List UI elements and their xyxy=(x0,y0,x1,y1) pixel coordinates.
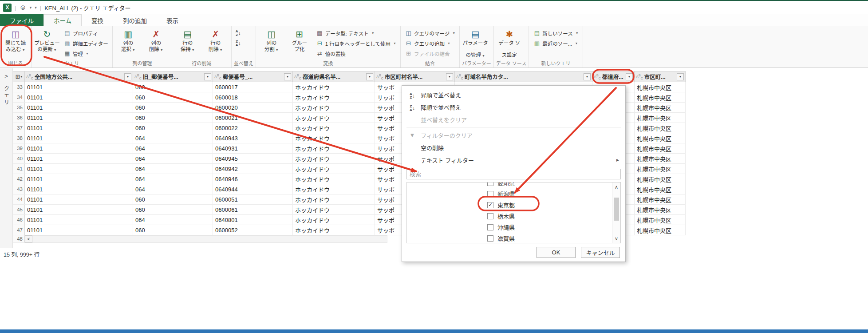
cell[interactable]: ホッカイドウ xyxy=(293,164,375,174)
cell[interactable]: 01101 xyxy=(25,133,133,143)
cell[interactable]: 0600061 xyxy=(213,205,293,214)
queries-pane-label[interactable]: クエリ xyxy=(2,86,11,107)
filter-value-item[interactable]: 沖縄県 xyxy=(485,222,611,233)
merge-queries-button[interactable]: ◫クエリのマージ▼ xyxy=(403,28,457,38)
checkbox[interactable] xyxy=(487,213,493,219)
cell[interactable]: ホッカイドウ xyxy=(293,82,375,92)
cell[interactable]: 0640801 xyxy=(213,215,293,225)
sort-ascending-button[interactable]: AZ↓ xyxy=(234,28,245,38)
cell[interactable]: 札幌市中央区 xyxy=(635,154,686,163)
feedback-smile-icon[interactable]: ☺ xyxy=(19,4,26,11)
scrollbar-track[interactable] xyxy=(612,221,620,234)
cell[interactable]: ホッカイドウ xyxy=(293,92,375,102)
filter-value-item[interactable]: 愛知県 xyxy=(485,182,611,188)
cell[interactable]: ホッカイドウ xyxy=(293,194,375,204)
column-header-6[interactable]: ABC町域名半角カタ...▼ xyxy=(455,71,592,82)
cell[interactable]: 札幌市中央区 xyxy=(635,123,686,133)
cell[interactable]: 札幌市中央区 xyxy=(635,103,686,112)
filter-search-input[interactable] xyxy=(406,169,621,179)
filter-dropdown-icon[interactable]: ▼ xyxy=(284,73,291,80)
cell[interactable]: ホッカイドウ xyxy=(293,215,375,225)
cell[interactable]: 札幌市中央区 xyxy=(635,184,686,194)
cell[interactable]: 札幌市中央区 xyxy=(635,215,686,225)
cell[interactable]: 01101 xyxy=(25,194,133,204)
cell[interactable]: 01101 xyxy=(25,215,133,225)
cell[interactable]: 060 xyxy=(133,194,213,204)
smile-caret-down-icon[interactable]: ▾ xyxy=(30,5,32,10)
cell[interactable]: 0640931 xyxy=(213,143,293,153)
cell[interactable]: 064 xyxy=(133,174,213,184)
filter-dropdown-icon[interactable]: ▼ xyxy=(677,73,684,80)
cell[interactable]: 01101 xyxy=(25,184,133,194)
cell[interactable]: 01101 xyxy=(25,103,133,112)
filter-dropdown-icon[interactable]: ▼ xyxy=(446,73,453,80)
ribbon-tab-1[interactable]: ホーム xyxy=(43,14,82,26)
cell[interactable]: 064 xyxy=(133,164,213,174)
scroll-up-icon[interactable]: ∧ xyxy=(612,182,620,191)
cell[interactable]: ホッカイドウ xyxy=(293,113,375,123)
cell[interactable]: 064 xyxy=(133,215,213,225)
cell[interactable]: 0600018 xyxy=(213,92,293,102)
cell[interactable]: ホッカイドウ xyxy=(293,143,375,153)
cell[interactable]: 札幌市中央区 xyxy=(635,174,686,184)
expand-pane-icon[interactable]: > xyxy=(4,73,8,79)
new-source-button[interactable]: ▤新しいソース▼ xyxy=(531,28,580,38)
filter-dropdown-icon[interactable]: ▼ xyxy=(204,73,211,80)
scroll-down-icon[interactable]: ∨ xyxy=(612,234,620,243)
group-by-button[interactable]: ⊞グループ化 xyxy=(286,27,313,52)
column-header-1[interactable]: ABC全国地方公共...▼ xyxy=(25,71,133,82)
column-header-4[interactable]: ABC都道府県名半...▼ xyxy=(293,71,375,82)
checkbox[interactable] xyxy=(487,191,493,197)
column-header-7[interactable]: ABC都道府...▼ xyxy=(592,71,635,82)
cell[interactable]: 064 xyxy=(133,154,213,163)
cell[interactable]: 0640945 xyxy=(213,154,293,163)
column-header-5[interactable]: ABC市区町村名半...▼ xyxy=(375,71,455,82)
filter-dropdown-icon[interactable]: ▼ xyxy=(584,73,591,80)
cell[interactable]: 060 xyxy=(133,82,213,92)
cell[interactable]: 0600052 xyxy=(213,225,293,235)
cell[interactable]: 064 xyxy=(133,133,213,143)
filter-dropdown-icon[interactable]: ▼ xyxy=(366,73,373,80)
hscroll-left-icon[interactable]: < xyxy=(25,235,32,243)
filter-dropdown-icon[interactable]: ▼ xyxy=(626,73,633,80)
manage-button[interactable]: ▦管理▼ xyxy=(62,48,91,59)
cell[interactable]: 札幌市中央区 xyxy=(635,164,686,174)
cell[interactable]: 札幌市中央区 xyxy=(635,113,686,123)
remove-columns-button[interactable]: ✗列の削除▼ xyxy=(143,27,170,53)
sort-ascending-item[interactable]: AZ↓昇順で並べ替え xyxy=(406,88,622,101)
ribbon-tab-2[interactable]: 変換 xyxy=(82,14,113,26)
cell[interactable]: 0640942 xyxy=(213,164,293,174)
cell[interactable]: 札幌市中央区 xyxy=(635,194,686,204)
checkbox[interactable]: ✓ xyxy=(487,202,493,208)
cell[interactable]: 060 xyxy=(133,205,213,214)
column-header-8[interactable]: ABC市区町...▼ xyxy=(635,71,686,82)
ribbon-tab-4[interactable]: 表示 xyxy=(157,14,188,26)
ribbon-tab-0[interactable]: ファイル xyxy=(0,14,43,26)
split-column-button[interactable]: ◫列の分割▼ xyxy=(258,27,285,53)
list-scrollbar[interactable]: ∧ ∨ xyxy=(612,182,620,243)
data-type-button[interactable]: ▦データ型: テキスト▼ xyxy=(314,28,376,38)
filter-value-item[interactable]: 滋賀県 xyxy=(485,233,611,243)
use-first-row-as-headers-button[interactable]: ⊟1 行目をヘッダーとして使用▼ xyxy=(314,38,398,48)
close-and-load-button[interactable]: ◫閉じて読み込む▼ xyxy=(2,27,29,53)
ok-button[interactable]: OK xyxy=(537,247,576,258)
select-all-header[interactable]: ⊞▾ xyxy=(13,71,25,82)
cell[interactable]: 01101 xyxy=(25,225,133,235)
cell[interactable]: 01101 xyxy=(25,205,133,214)
cell[interactable]: 064 xyxy=(133,184,213,194)
properties-button[interactable]: ▤プロパティ xyxy=(62,28,100,38)
checkbox[interactable] xyxy=(487,182,493,186)
cell[interactable]: 064 xyxy=(133,143,213,153)
filter-value-item[interactable]: 新潟県 xyxy=(485,188,611,199)
cell[interactable]: 札幌市中央区 xyxy=(635,143,686,153)
cell[interactable]: 01101 xyxy=(25,123,133,133)
cell[interactable]: 0640944 xyxy=(213,184,293,194)
replace-values-button[interactable]: ⇄値の置換 xyxy=(314,48,347,59)
column-header-3[interactable]: ABC郵便番号_...▼ xyxy=(213,71,293,82)
cell[interactable]: 札幌市中央区 xyxy=(635,92,686,102)
cell[interactable]: 0600017 xyxy=(213,82,293,92)
cell[interactable]: 0600051 xyxy=(213,194,293,204)
cell[interactable]: ホッカイドウ xyxy=(293,103,375,112)
cell[interactable]: ホッカイドウ xyxy=(293,174,375,184)
cell[interactable]: ホッカイドウ xyxy=(293,133,375,143)
